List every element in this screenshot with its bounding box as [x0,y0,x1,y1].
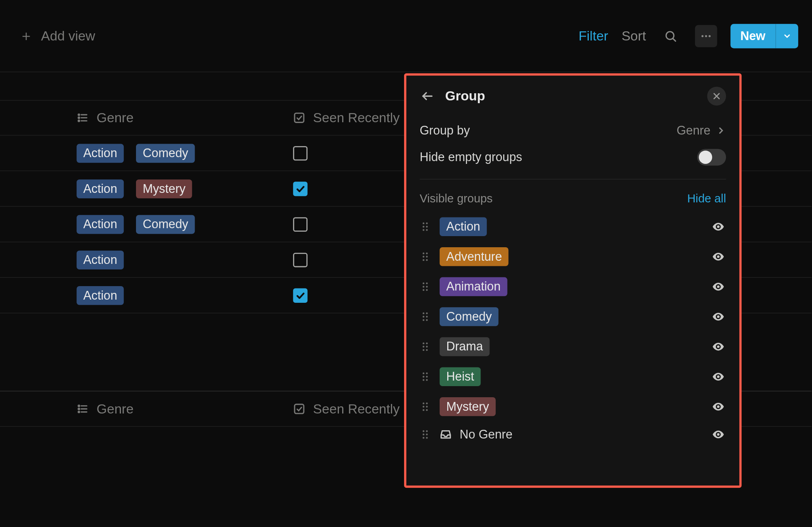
add-view-label: Add view [41,28,95,44]
visibility-toggle[interactable] [710,370,726,383]
new-button-label[interactable]: New [730,24,776,48]
svg-point-32 [426,256,427,258]
visibility-toggle[interactable] [710,310,726,323]
drag-handle[interactable] [419,221,431,232]
svg-point-38 [423,286,424,287]
filter-button[interactable]: Filter [578,28,608,44]
group-item[interactable]: Animation [419,272,726,302]
group-item-no-genre[interactable]: No Genre [419,422,726,447]
svg-point-31 [423,256,424,258]
group-tag: Mystery [440,397,496,416]
svg-point-40 [423,289,424,291]
sort-button[interactable]: Sort [622,28,646,44]
svg-point-30 [426,252,427,254]
svg-point-47 [423,319,424,321]
visibility-toggle[interactable] [710,250,726,264]
group-item[interactable]: Mystery [419,392,726,422]
hide-all-button[interactable]: Hide all [687,192,726,205]
svg-point-29 [423,252,424,254]
group-item[interactable]: Action [419,212,726,242]
more-button[interactable] [695,25,717,47]
dots-icon [700,30,712,42]
column-header-genre[interactable]: Genre [0,401,283,417]
svg-point-22 [423,223,424,224]
visibility-toggle[interactable] [710,280,726,294]
new-button[interactable]: New [730,24,798,48]
group-tag: Comedy [440,307,498,326]
group-item[interactable]: Adventure [419,242,726,272]
svg-point-41 [426,289,427,291]
svg-point-26 [423,229,424,231]
popover-title: Group [445,88,485,104]
chevron-down-icon [783,31,791,40]
group-by-value[interactable]: Genre [676,123,726,138]
visibility-toggle[interactable] [710,400,726,414]
seen-checkbox[interactable] [293,181,307,196]
svg-point-65 [426,402,427,404]
group-item[interactable]: Drama [419,332,726,362]
svg-point-49 [717,315,719,318]
toggle-knob [699,150,712,164]
divider [419,179,726,179]
group-item[interactable]: Heist [419,362,726,392]
visibility-toggle[interactable] [710,220,726,233]
seen-checkbox[interactable] [293,252,307,267]
add-view-button[interactable]: ＋ Add view [11,21,103,51]
seen-checkbox[interactable] [293,217,307,231]
visibility-toggle[interactable] [710,428,726,441]
drag-handle[interactable] [419,401,431,412]
list-icon [77,403,89,415]
svg-point-33 [423,259,424,261]
drag-handle[interactable] [419,251,431,262]
genre-tag: Comedy [136,144,195,163]
group-by-label: Group by [419,123,470,138]
svg-point-56 [717,345,719,348]
svg-point-35 [717,256,719,258]
seen-checkbox[interactable] [293,288,307,302]
group-by-row[interactable]: Group by Genre [419,118,726,143]
svg-point-72 [426,430,427,432]
cell-genre[interactable]: ActionComedy [0,215,283,234]
cell-genre[interactable]: ActionMystery [0,179,283,198]
search-icon [664,29,677,43]
hide-empty-toggle[interactable] [697,149,726,165]
new-button-dropdown[interactable] [776,24,798,48]
group-tag: Animation [440,277,508,296]
back-button[interactable] [419,88,435,104]
svg-point-63 [717,375,719,378]
toolbar: ＋ Add view Filter Sort New [0,0,812,72]
genre-tag: Action [77,144,124,163]
svg-point-61 [423,379,424,381]
svg-point-73 [423,434,424,435]
cell-genre[interactable]: Action [0,286,283,305]
svg-point-51 [426,342,427,344]
column-header-label: Seen Recently [313,110,400,125]
visible-groups-label: Visible groups [419,192,492,205]
group-item[interactable]: Comedy [419,302,726,332]
seen-checkbox[interactable] [293,146,307,160]
svg-point-54 [423,349,424,351]
arrow-left-icon [421,89,434,103]
svg-point-42 [717,285,719,288]
cell-genre[interactable]: Action [0,250,283,269]
svg-point-50 [423,342,424,344]
drag-handle[interactable] [419,311,431,322]
genre-tag: Mystery [136,179,192,198]
svg-point-24 [423,226,424,227]
svg-point-37 [426,283,427,284]
svg-point-57 [423,373,424,374]
column-header-genre[interactable]: Genre [0,110,283,125]
group-tag: Action [440,217,487,236]
visibility-toggle[interactable] [710,340,726,354]
cell-genre[interactable]: ActionComedy [0,144,283,163]
list-icon [77,112,89,124]
close-button[interactable] [707,87,726,106]
svg-point-70 [717,406,719,408]
svg-point-46 [426,316,427,317]
drag-handle[interactable] [419,429,431,440]
drag-handle[interactable] [419,341,431,352]
search-button[interactable] [659,25,682,47]
svg-point-67 [426,406,427,408]
drag-handle[interactable] [419,371,431,382]
drag-handle[interactable] [419,281,431,292]
